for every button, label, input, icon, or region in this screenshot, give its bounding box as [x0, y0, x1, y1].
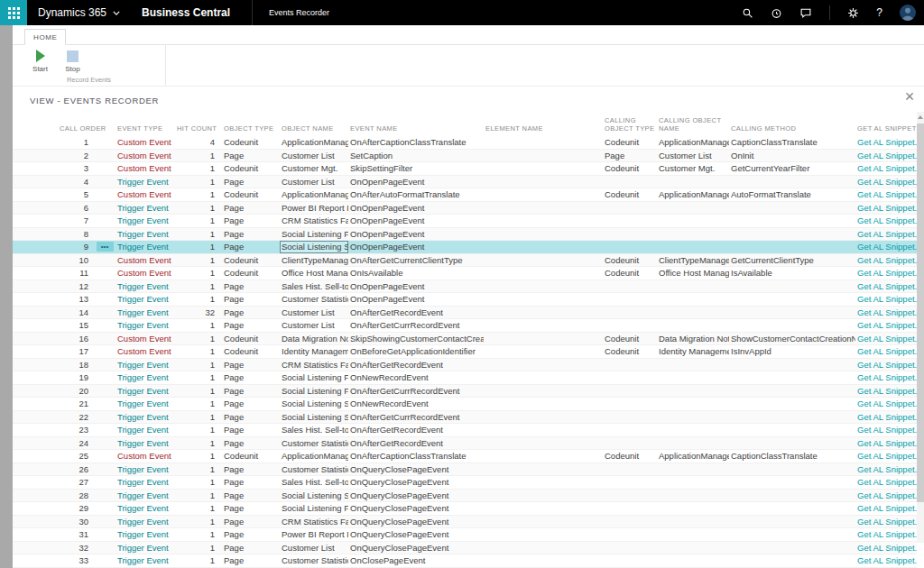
cell-call-order[interactable]: 4: [13, 176, 94, 188]
col-header-calling-method[interactable]: CALLING METHOD: [729, 124, 855, 136]
table-row[interactable]: 18Trigger Event1PageCRM Statistics FactB…: [13, 359, 917, 372]
feedback-button[interactable]: [799, 7, 812, 19]
cell-object-name[interactable]: Social Listening FactB...: [280, 228, 348, 241]
close-button[interactable]: ×: [901, 87, 919, 106]
cell-hit-count[interactable]: 1: [175, 280, 222, 293]
cell-calling-method[interactable]: [729, 280, 855, 293]
table-row[interactable]: 13Trigger Event1PageCustomer Statistics …: [13, 293, 917, 307]
get-al-snippet-link[interactable]: Get AL Snippet.: [857, 503, 917, 513]
row-menu-cell[interactable]: [94, 136, 116, 149]
cell-object-name[interactable]: Customer List: [280, 150, 348, 162]
cell-calling-object-type[interactable]: [603, 424, 657, 436]
table-row[interactable]: 16Custom Event1CodeunitData Migration No…: [13, 333, 917, 346]
cell-get-al-snippet[interactable]: Get AL Snippet.: [855, 293, 917, 306]
cell-hit-count[interactable]: 1: [175, 463, 222, 476]
cell-get-al-snippet[interactable]: Get AL Snippet.: [855, 254, 917, 267]
cell-object-name[interactable]: Social Listening Setu...: [280, 490, 348, 502]
cell-get-al-snippet[interactable]: Get AL Snippet.: [855, 333, 917, 345]
cell-object-name[interactable]: Social Listening FactB...: [280, 371, 348, 384]
cell-event-name[interactable]: OnOpenPageEvent: [348, 293, 484, 306]
cell-call-order[interactable]: 1: [13, 136, 94, 149]
table-row[interactable]: 31Trigger Event1PagePower BI Report Fact…: [13, 528, 917, 542]
cell-event-type[interactable]: Custom Event: [116, 345, 175, 358]
cell-event-name[interactable]: OnQueryClosePageEvent: [348, 490, 484, 502]
table-row[interactable]: 25Custom Event1CodeunitApplicationManage…: [13, 450, 917, 463]
get-al-snippet-link[interactable]: Get AL Snippet.: [857, 177, 917, 187]
get-al-snippet-link[interactable]: Get AL Snippet.: [857, 543, 917, 553]
cell-call-order[interactable]: 33: [13, 554, 94, 567]
cell-hit-count[interactable]: 1: [175, 371, 222, 384]
table-row[interactable]: 4Trigger Event1PageCustomer ListOnOpenPa…: [13, 176, 917, 189]
cell-element-name[interactable]: [484, 528, 603, 541]
cell-object-name[interactable]: Sales Hist. Sell-to Fact...: [280, 280, 348, 293]
get-al-snippet-link[interactable]: Get AL Snippet.: [857, 203, 917, 213]
cell-hit-count[interactable]: 1: [175, 398, 222, 410]
cell-object-name[interactable]: ApplicationManagem...: [280, 136, 348, 149]
row-menu-cell[interactable]: [94, 267, 116, 279]
cell-object-type[interactable]: Page: [222, 437, 280, 450]
cell-element-name[interactable]: [484, 554, 603, 567]
cell-object-name[interactable]: CRM Statistics FactBox: [280, 215, 348, 227]
cell-event-type[interactable]: Custom Event: [116, 450, 175, 463]
cell-calling-object-name[interactable]: [657, 398, 729, 410]
get-al-snippet-link[interactable]: Get AL Snippet.: [857, 255, 917, 265]
cell-event-name[interactable]: OnAfterAutoFormatTranslate: [348, 188, 484, 201]
cell-call-order[interactable]: 8: [13, 228, 94, 241]
cell-element-name[interactable]: [484, 136, 603, 149]
row-menu-cell[interactable]: [94, 554, 116, 567]
cell-calling-method[interactable]: IsInvAppId: [729, 345, 855, 358]
cell-calling-object-name[interactable]: [657, 293, 729, 306]
cell-call-order[interactable]: 22: [13, 411, 94, 424]
table-row[interactable]: 24Trigger Event1PageCustomer Statistics …: [13, 437, 917, 451]
cell-object-type[interactable]: Page: [222, 215, 280, 227]
table-row[interactable]: 28Trigger Event1PageSocial Listening Set…: [13, 490, 917, 503]
cell-call-order[interactable]: 25: [13, 450, 94, 463]
cell-calling-object-type[interactable]: [603, 463, 657, 476]
cell-element-name[interactable]: [484, 228, 603, 241]
cell-calling-object-name[interactable]: [657, 502, 729, 515]
cell-calling-object-name[interactable]: Customer List: [657, 150, 729, 162]
cell-object-type[interactable]: Page: [222, 241, 280, 253]
cell-calling-method[interactable]: [729, 307, 855, 319]
row-menu-cell[interactable]: [94, 476, 116, 489]
cell-event-type[interactable]: Trigger Event: [116, 476, 175, 489]
get-al-snippet-link[interactable]: Get AL Snippet.: [857, 151, 917, 160]
cell-hit-count[interactable]: 1: [175, 162, 222, 175]
cell-object-name[interactable]: Customer List: [280, 176, 348, 188]
cell-event-type[interactable]: Trigger Event: [116, 554, 175, 567]
cell-event-name[interactable]: OnIsAvailable: [348, 267, 484, 279]
cell-calling-object-name[interactable]: [657, 476, 729, 489]
cell-event-type[interactable]: Custom Event: [116, 136, 175, 149]
cell-element-name[interactable]: [484, 476, 603, 489]
cell-event-name[interactable]: OnOpenPageEvent: [348, 215, 484, 227]
scrollbar-thumb[interactable]: [917, 124, 924, 502]
cell-calling-object-name[interactable]: Data Migration Notifier: [657, 333, 729, 345]
cell-object-type[interactable]: Page: [222, 502, 280, 515]
table-row[interactable]: 2Custom Event1PageCustomer ListSetCaptio…: [13, 150, 917, 163]
cell-calling-object-type[interactable]: [603, 385, 657, 398]
cell-object-type[interactable]: Page: [222, 307, 280, 319]
cell-get-al-snippet[interactable]: Get AL Snippet.: [855, 463, 917, 476]
cell-calling-object-name[interactable]: [657, 307, 729, 319]
cell-element-name[interactable]: [484, 345, 603, 358]
cell-event-name[interactable]: OnAfterGetRecordEvent: [348, 437, 484, 450]
cell-event-name[interactable]: OnQueryClosePageEvent: [348, 542, 484, 554]
table-row[interactable]: 9•••Trigger Event1PageSocial Listening S…: [13, 241, 917, 254]
cell-event-name[interactable]: OnAfterGetRecordEvent: [348, 307, 484, 319]
cell-event-type[interactable]: Trigger Event: [116, 463, 175, 476]
cell-call-order[interactable]: 31: [13, 528, 94, 541]
col-header-calling-object-type[interactable]: CALLING OBJECT TYPE: [603, 116, 657, 136]
alarm-button[interactable]: [771, 7, 782, 19]
get-al-snippet-link[interactable]: Get AL Snippet.: [857, 438, 917, 448]
cell-event-type[interactable]: Trigger Event: [116, 528, 175, 541]
cell-element-name[interactable]: [484, 215, 603, 227]
cell-hit-count[interactable]: 1: [175, 267, 222, 279]
cell-calling-method[interactable]: [729, 528, 855, 541]
cell-get-al-snippet[interactable]: Get AL Snippet.: [855, 476, 917, 489]
cell-event-type[interactable]: Custom Event: [116, 162, 175, 175]
cell-calling-method[interactable]: [729, 359, 855, 371]
cell-call-order[interactable]: 12: [13, 280, 94, 293]
cell-event-type[interactable]: Trigger Event: [116, 424, 175, 436]
cell-event-name[interactable]: OnAfterGetRecordEvent: [348, 359, 484, 371]
cell-calling-object-name[interactable]: [657, 411, 729, 424]
